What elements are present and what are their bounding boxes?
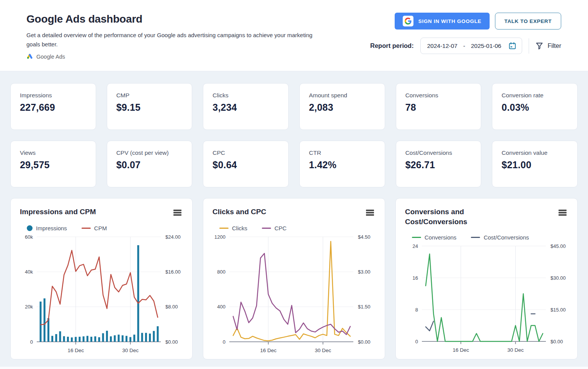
kpi-value: $26.71 [405,159,472,171]
kpi-label: Conversion value [501,149,568,156]
chart-card-conversions-cost: Conversions and Cost/Conversions Convers… [395,198,578,359]
kpi-card-ctr: CTR 1.42% [299,141,385,187]
svg-text:16 Dec: 16 Dec [67,348,84,353]
svg-text:1200: 1200 [214,234,225,239]
kpi-card-conversion-rate: Conversion rate 0.03% [492,83,578,130]
kpi-label: CPC [212,149,279,156]
chart-title: Impressions and CPM [20,207,96,217]
kpi-value: 227,669 [20,102,87,113]
kpi-label: CMP [116,92,183,99]
filter-button[interactable]: Filter [536,42,561,50]
legend-label: Cost/Conversions [483,234,529,241]
chart-card-clicks-cpc: Clicks and CPC ClicksCPC 0$0.00400$1.508… [203,198,385,359]
svg-text:0: 0 [30,339,33,344]
filter-funnel-icon [536,42,543,50]
svg-text:40k: 40k [25,269,33,274]
date-to: 2025-01-06 [471,43,501,49]
chart-title: Conversions and Cost/Conversions [405,207,512,226]
svg-text:20k: 20k [25,304,33,310]
chart-legend: ClicksCPC [219,225,378,231]
kpi-card-impressions: Impressions 227,669 [10,83,96,130]
date-separator: - [463,43,465,49]
kpi-card-views: Views 29,575 [10,141,96,187]
kpi-value: 0.03% [501,102,568,113]
legend-dash-marker [412,237,421,238]
chart-menu-icon[interactable] [364,208,376,217]
kpi-card-cpc: CPC $0.64 [203,141,289,187]
kpi-value: $9.15 [116,102,183,113]
svg-text:$45.00: $45.00 [550,243,566,249]
kpi-card-cmp: CMP $9.15 [107,83,193,130]
kpi-value: 29,575 [20,159,87,171]
talk-to-expert-button[interactable]: TALK TO EXPERT [495,13,561,30]
google-g-icon [403,16,413,26]
kpi-value: $0.07 [116,159,183,171]
page-header: Google Ads dashboard Get a detailed over… [0,0,588,71]
kpi-label: Amount spend [309,92,376,99]
calendar-icon[interactable] [508,42,516,50]
chart-menu-icon[interactable] [557,208,568,217]
sign-in-label: SIGN IN WITH GOOGLE [418,18,482,24]
svg-text:30 Dec: 30 Dec [507,347,524,353]
kpi-value: 1.42% [309,159,376,171]
svg-text:30 Dec: 30 Dec [315,348,331,353]
svg-text:$24.00: $24.00 [165,234,181,239]
kpi-card-conversion-value: Conversion value $21.00 [492,141,578,187]
kpi-value: $0.64 [212,159,279,171]
svg-text:30 Dec: 30 Dec [122,348,139,353]
svg-text:16 Dec: 16 Dec [452,347,469,353]
filter-label: Filter [547,43,561,49]
kpi-label: Conversions [405,92,472,99]
kpi-label: CPV (cost per view) [116,149,183,156]
kpi-grid: Impressions 227,669 CMP $9.15 Clicks 3,2… [0,71,588,187]
chart-legend: ConversionsCost/Conversions [412,234,570,241]
kpi-label: Views [20,149,87,156]
kpi-card-amount-spend: Amount spend 2,083 [299,83,385,130]
kpi-card-cpv: CPV (cost per view) $0.07 [107,141,193,187]
legend-dash-marker [219,228,229,229]
svg-text:800: 800 [217,269,225,274]
legend-item-impressions[interactable]: Impressions [27,225,67,231]
svg-text:$1.50: $1.50 [358,304,371,310]
google-ads-icon [26,53,33,60]
kpi-value: 78 [405,102,472,113]
legend-circle-marker [27,225,33,231]
svg-text:$15.00: $15.00 [550,307,566,313]
svg-text:24: 24 [413,243,418,249]
svg-text:16 Dec: 16 Dec [260,348,276,353]
kpi-label: Clicks [212,92,279,99]
svg-text:8: 8 [415,307,418,313]
report-period-label: Report period: [370,42,414,49]
date-range-input[interactable]: 2024-12-07 - 2025-01-06 [420,38,523,54]
svg-text:$8.00: $8.00 [165,304,178,310]
legend-item-cpc[interactable]: CPC [262,225,287,231]
kpi-value: 2,083 [309,102,376,113]
kpi-label: Impressions [20,92,87,99]
legend-item-cpm[interactable]: CPM [82,225,107,231]
kpi-value: $21.00 [501,159,568,171]
svg-text:$4.50: $4.50 [358,234,371,239]
kpi-card-clicks: Clicks 3,234 [203,83,289,130]
chart-canvas: 0$0.0020k$8.0040k$16.0060k$24.0016 Dec30… [20,233,185,355]
legend-label: CPC [274,225,287,231]
brand-label: Google Ads [36,54,65,60]
svg-text:0: 0 [223,339,225,344]
svg-text:$0.00: $0.00 [358,339,371,344]
chart-menu-icon[interactable] [172,208,183,217]
legend-item-conversions[interactable]: Conversions [412,234,456,241]
svg-text:$0.00: $0.00 [165,339,178,344]
svg-text:$3.00: $3.00 [358,269,371,274]
chart-card-impressions-cpm: Impressions and CPM ImpressionsCPM 0$0.0… [10,198,193,359]
chart-canvas: 0$0.008$15.0016$30.0024$45.0016 Dec30 De… [405,242,570,354]
svg-text:16: 16 [413,275,418,281]
kpi-card-conversions: Conversions 78 [396,83,482,130]
legend-item-clicks[interactable]: Clicks [219,225,247,231]
sign-in-google-button[interactable]: SIGN IN WITH GOOGLE [395,13,490,30]
legend-label: CPM [94,225,107,231]
svg-text:$16.00: $16.00 [165,269,181,274]
kpi-label: Cost/Conversions [405,149,472,156]
legend-dash-marker [471,237,480,238]
kpi-card-cost-conversions: Cost/Conversions $26.71 [396,141,482,187]
legend-item-cost-conversions[interactable]: Cost/Conversions [471,234,529,241]
svg-text:400: 400 [217,304,225,310]
